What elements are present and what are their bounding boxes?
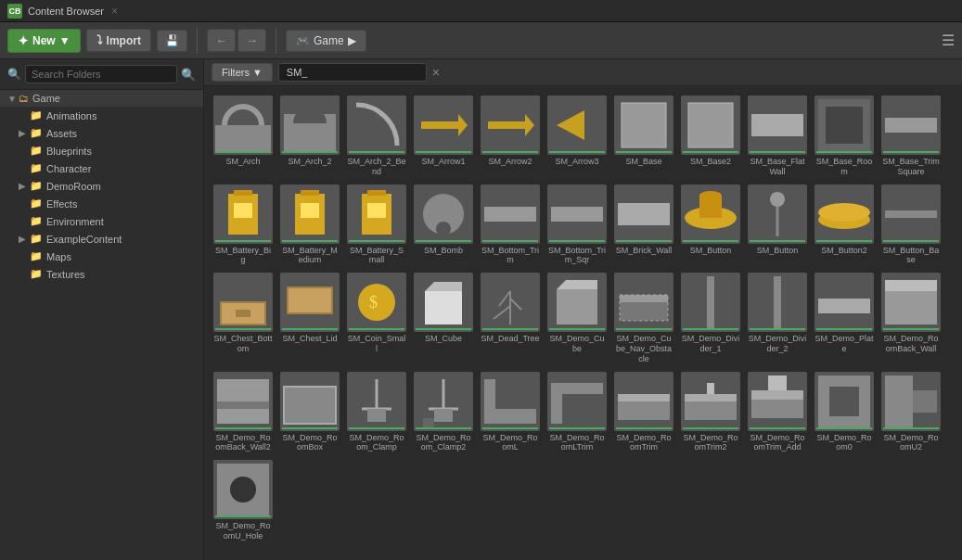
asset-item-sm_base[interactable]: SM_Base	[612, 94, 675, 179]
asset-thumbnail	[681, 95, 740, 155]
asset-item-sm_arrow3[interactable]: SM_Arrow3	[545, 94, 609, 179]
asset-thumbnail	[213, 273, 273, 332]
asset-label: SM_Base_FlatWall	[748, 157, 807, 177]
sidebar-item-demoroom[interactable]: ▶📁DemoRoom	[0, 177, 203, 195]
asset-item-sm_arch[interactable]: SM_Arch	[212, 94, 275, 179]
asset-item-sm_battery_small[interactable]: SM_Battery_Small	[345, 183, 408, 268]
asset-item-sm_demoroomtrimadd[interactable]: SM_Demo_RoomTrim_Add	[746, 370, 809, 455]
forward-button[interactable]: →	[237, 29, 266, 52]
asset-thumbnail	[414, 372, 473, 431]
asset-item-sm_coin_small[interactable]: SM_Coin_Small	[345, 271, 408, 365]
asset-item-sm_demoroomtrim2[interactable]: SM_Demo_RoomTrim2	[679, 370, 742, 455]
asset-item-sm_bottomtrim_sqr[interactable]: SM_Bottom_Trim_Sqr	[545, 183, 609, 268]
asset-item-sm_dead_tree[interactable]: SM_Dead_Tree	[479, 271, 542, 365]
asset-canvas	[213, 372, 273, 431]
close-button[interactable]: ×	[111, 5, 118, 18]
asset-label: SM_Battery_Medium	[280, 246, 340, 266]
sidebar-item-assets[interactable]: ▶📁Assets	[0, 124, 203, 142]
path-button[interactable]: 🎮 Game ▶	[286, 30, 366, 52]
asset-item-sm_demoroombox[interactable]: SM_Demo_RoomBox	[278, 370, 341, 455]
asset-label: SM_Arrow2	[488, 157, 532, 167]
back-button[interactable]: ←	[207, 29, 236, 52]
asset-item-sm_base2[interactable]: SM_Base2	[679, 94, 742, 179]
asset-item-sm_chest_bottom[interactable]: SM_Chest_Bottom	[212, 271, 275, 365]
asset-label: SM_Demo_RoomTrim2	[681, 433, 740, 453]
asset-item-sm_demoroomclamp2[interactable]: SM_Demo_Room_Clamp2	[412, 370, 475, 455]
asset-thumbnail	[748, 95, 807, 155]
asset-item-sm_bottomtrim[interactable]: SM_Bottom_Trim	[479, 183, 542, 268]
asset-item-sm_democube_nav[interactable]: SM_Demo_Cube_Nav_Obstacle	[612, 271, 675, 365]
import-button[interactable]: ⤵ Import	[86, 29, 151, 52]
save-button[interactable]: 💾	[157, 30, 187, 52]
asset-item-sm_demoroom_l[interactable]: SM_Demo_RoomL	[479, 370, 542, 455]
asset-item-sm_basetrimsquare[interactable]: SM_Base_TrimSquare	[879, 94, 943, 179]
asset-item-sm_baseroom[interactable]: SM_Base_Room	[813, 94, 876, 179]
asset-label: SM_Button	[757, 246, 799, 256]
tree-arrow: ▼	[7, 94, 19, 104]
asset-item-sm_battery_medium[interactable]: SM_Battery_Medium	[278, 183, 341, 268]
asset-item-sm_bomb[interactable]: SM_Bomb	[412, 183, 475, 268]
asset-item-sm_arch2[interactable]: SM_Arch_2	[278, 94, 341, 179]
asset-grid[interactable]: SM_ArchSM_Arch_2SM_Arch_2_BendSM_Arrow1S…	[204, 86, 962, 560]
asset-thumbnail	[547, 95, 607, 155]
asset-item-sm_cube[interactable]: SM_Cube	[412, 271, 475, 365]
asset-label: SM_Dead_Tree	[481, 334, 539, 344]
new-label: New	[32, 34, 56, 47]
asset-item-sm_demoroombackwall2[interactable]: SM_Demo_RoomBack_Wall2	[212, 370, 275, 455]
asset-item-sm_demoroom_o[interactable]: SM_Demo_Room0	[813, 370, 876, 455]
import-icon: ⤵	[96, 33, 103, 47]
asset-canvas	[881, 95, 941, 155]
asset-item-sm_brickwall[interactable]: SM_Brick_Wall	[612, 183, 675, 268]
new-button[interactable]: ✦ New ▼	[7, 29, 81, 53]
asset-item-sm_chest_lid[interactable]: SM_Chest_Lid	[278, 271, 341, 365]
settings-button[interactable]: ☰	[942, 32, 955, 49]
asset-item-sm_democube[interactable]: SM_Demo_Cube	[545, 271, 609, 365]
asset-label: SM_Bottom_Trim	[481, 246, 540, 266]
sidebar-item-label: Maps	[46, 251, 71, 262]
sidebar-item-label: DemoRoom	[46, 181, 101, 192]
asset-item-sm_demodivider1[interactable]: SM_Demo_Divider_1	[679, 271, 742, 365]
search-input[interactable]	[25, 65, 177, 83]
asset-item-sm_button2[interactable]: SM_Button2	[813, 183, 876, 268]
asset-item-sm_demoroomclamp[interactable]: SM_Demo_Room_Clamp	[345, 370, 408, 455]
asset-item-sm_battery_big[interactable]: SM_Battery_Big	[212, 183, 275, 268]
asset-item-sm_button_b[interactable]: SM_Button	[746, 183, 809, 268]
clear-search-button[interactable]: ×	[432, 65, 440, 80]
sidebar-item-textures[interactable]: 📁Textures	[0, 265, 203, 283]
asset-thumbnail	[614, 372, 673, 431]
tree-arrow: ▶	[19, 234, 30, 244]
asset-item-sm_button[interactable]: SM_Button	[679, 183, 742, 268]
sidebar-item-maps[interactable]: 📁Maps	[0, 248, 203, 265]
sidebar-item-blueprints[interactable]: 📁Blueprints	[0, 142, 203, 159]
asset-item-sm_arch2bend[interactable]: SM_Arch_2_Bend	[345, 94, 408, 179]
sidebar-item-animations[interactable]: 📁Animations	[0, 107, 203, 124]
sidebar-item-effects[interactable]: 📁Effects	[0, 195, 203, 212]
asset-item-sm_arrow1[interactable]: SM_Arrow1	[412, 94, 475, 179]
asset-item-sm_button_base[interactable]: SM_Button_Base	[879, 183, 943, 268]
search-button[interactable]: 🔍	[181, 68, 196, 82]
asset-item-sm_demoroom_uhole[interactable]: SM_Demo_RoomU_Hole	[212, 458, 275, 543]
asset-item-sm_demoroom_u2[interactable]: SM_Demo_RoomU2	[879, 370, 943, 455]
asset-item-sm_demodivider2[interactable]: SM_Demo_Divider_2	[746, 271, 809, 365]
filters-button[interactable]: Filters ▼	[212, 63, 273, 82]
sidebar-item-game[interactable]: ▼🗂Game	[0, 90, 203, 107]
sidebar-item-character[interactable]: 📁Character	[0, 159, 203, 177]
sidebar-item-label: Effects	[46, 198, 77, 210]
sidebar-item-label: Textures	[46, 269, 85, 280]
sidebar-item-environment[interactable]: 📁Environment	[0, 212, 203, 230]
asset-item-sm_demoroomtrim[interactable]: SM_Demo_RoomTrim	[612, 370, 675, 455]
asset-item-sm_arrow2[interactable]: SM_Arrow2	[479, 94, 542, 179]
tree-arrow: ▶	[19, 181, 30, 191]
sidebar-item-label: Environment	[46, 216, 104, 227]
asset-thumbnail	[748, 273, 807, 332]
asset-item-sm_base_flatwall[interactable]: SM_Base_FlatWall	[746, 94, 809, 179]
asset-label: SM_Demo_RoomTrim_Add	[748, 433, 807, 453]
asset-label: SM_Demo_Divider_1	[681, 334, 740, 354]
asset-item-sm_demoroombackwall[interactable]: SM_Demo_RoomBack_Wall	[879, 271, 943, 365]
asset-canvas	[347, 372, 406, 431]
asset-item-sm_demoplate[interactable]: SM_Demo_Plate	[813, 271, 876, 365]
sidebar-item-examplecontent[interactable]: ▶📁ExampleContent	[0, 230, 203, 248]
asset-search-input[interactable]	[278, 63, 427, 82]
asset-thumbnail	[614, 273, 673, 332]
asset-item-sm_demoroomltrim[interactable]: SM_Demo_RoomLTrim	[545, 370, 609, 455]
